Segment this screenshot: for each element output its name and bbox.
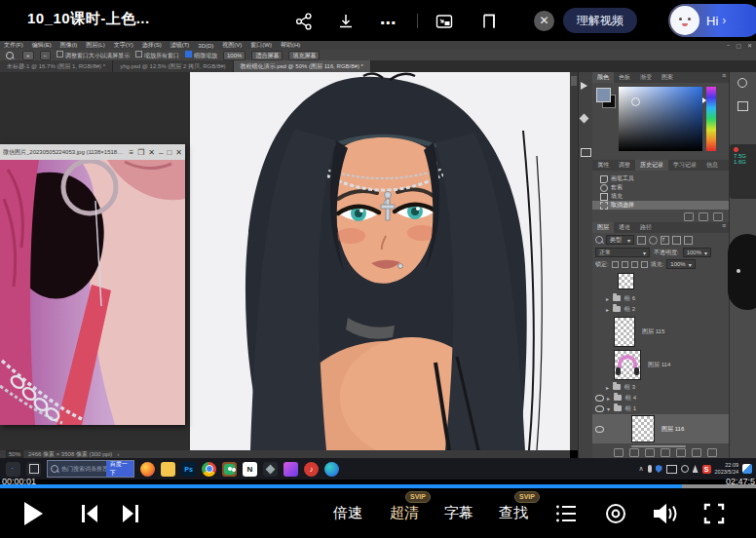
mini-player-icon[interactable]	[479, 12, 499, 31]
ps-maximize-icon[interactable]: ▢	[736, 42, 741, 49]
filter-pixel-icon[interactable]	[637, 236, 646, 245]
menu-select[interactable]: 选择(S)	[142, 41, 162, 50]
floating-assistant-ball[interactable]	[728, 234, 756, 310]
tab-properties[interactable]: 属性	[592, 160, 614, 171]
menu-help[interactable]: 帮助(H)	[281, 41, 300, 50]
lock-all-icon[interactable]	[641, 261, 648, 268]
panel-menu-icon[interactable]: ≡	[722, 72, 726, 83]
firefox-icon[interactable]	[140, 462, 155, 477]
tab-swatches[interactable]: 色板	[614, 72, 635, 83]
volume-icon[interactable]	[653, 503, 678, 524]
task-view-button[interactable]	[26, 462, 41, 477]
layer-group-row[interactable]: ▸ 组 4	[592, 393, 729, 403]
delete-layer-icon[interactable]	[707, 448, 717, 457]
subtitle-button[interactable]: 字幕	[444, 504, 473, 522]
file-explorer-icon[interactable]	[161, 462, 175, 477]
menu-file[interactable]: 文件(F)	[4, 41, 23, 50]
previous-button[interactable]	[80, 503, 99, 524]
layer-group-row[interactable]: ▸ 组 3	[592, 382, 729, 392]
library-panel-icon[interactable]	[581, 148, 591, 157]
quality-button[interactable]: 超清 SVIP	[390, 504, 419, 522]
layer-filter-select[interactable]: 类型▾	[606, 235, 634, 245]
menu-filter[interactable]: 滤镜(T)	[170, 41, 190, 50]
menu-type[interactable]: 文字(Y)	[114, 41, 133, 50]
canvas-scrollbar[interactable]	[570, 72, 578, 450]
filter-adjustment-icon[interactable]	[649, 236, 658, 245]
ref-maximize-icon[interactable]: □	[167, 148, 171, 157]
doc-tab-active[interactable]: 教程细化演示.psd @ 50% (图层 116, RGB/8#) *	[234, 60, 371, 72]
layer-row-selected[interactable]: 图层 116	[592, 414, 729, 443]
play-button[interactable]	[21, 500, 45, 527]
understand-video-button[interactable]: 理解视频	[563, 8, 637, 33]
tab-color[interactable]: 颜色	[592, 72, 614, 83]
netease-music-icon[interactable]: ♪	[304, 462, 319, 477]
lightbulb-icon[interactable]	[737, 78, 747, 88]
resize-windows-checkbox[interactable]: 调整窗口大小以满屏显示	[57, 51, 130, 60]
layer-row[interactable]	[592, 271, 729, 290]
lock-position-icon[interactable]	[631, 261, 638, 268]
display-icon[interactable]	[666, 465, 677, 474]
wechat-highlight[interactable]	[222, 462, 237, 477]
zoom-all-windows-checkbox[interactable]: 缩放所有窗口	[135, 51, 179, 60]
layers-menu-icon[interactable]: ≡	[722, 222, 726, 233]
pin-icon[interactable]	[693, 465, 699, 473]
filter-shape-icon[interactable]	[672, 236, 681, 245]
audio-icon[interactable]	[681, 465, 689, 473]
recorder-widget[interactable]: 7.5G 1.6G	[730, 144, 756, 199]
close-button[interactable]: ✕	[534, 11, 554, 31]
tab-info[interactable]: 信息	[701, 160, 723, 171]
tray-s-icon[interactable]: S	[702, 465, 711, 474]
ref-minimize-icon[interactable]: –	[159, 148, 163, 157]
netdisk-tray-icon[interactable]	[742, 464, 752, 474]
zoom-100-button[interactable]: 100%	[223, 51, 246, 60]
scrubby-zoom-checkbox[interactable]: 细微缩放	[185, 51, 217, 60]
filter-type-icon[interactable]: T	[661, 236, 669, 245]
menu-window[interactable]: 窗口(W)	[250, 41, 272, 50]
doc-tab-untitled[interactable]: 未标题-1 @ 16.7% (图层 1, RGB/8#) *	[0, 60, 113, 72]
ps-close-icon[interactable]: ✕	[747, 42, 752, 49]
status-zoom-field[interactable]: 50%	[6, 450, 23, 458]
tray-expand-icon[interactable]: ∧	[638, 465, 643, 473]
picture-in-picture-icon[interactable]	[435, 12, 454, 31]
layers-hscrollbar[interactable]	[631, 445, 686, 447]
layer-group-row[interactable]: ▸ 组 2	[592, 304, 729, 314]
account-pill[interactable]: Hi ›	[668, 4, 756, 37]
playlist-icon[interactable]	[555, 504, 577, 523]
opacity-select[interactable]: 100%▾	[683, 248, 711, 257]
fit-screen-button[interactable]: 适合屏幕	[251, 51, 283, 60]
layer-style-fx-icon[interactable]	[629, 448, 639, 457]
layer-group-row[interactable]: ▸ 组 6	[592, 293, 729, 303]
ps-minimize-icon[interactable]: ‒	[727, 42, 730, 49]
mic-icon[interactable]	[648, 465, 652, 473]
layer-mask-icon[interactable]	[645, 448, 655, 457]
status-chevron-icon[interactable]: ›	[117, 451, 119, 457]
lock-pixels-icon[interactable]	[622, 261, 628, 268]
tool-icon[interactable]	[263, 462, 278, 477]
tab-patterns[interactable]: 图案	[657, 72, 678, 83]
download-icon[interactable]	[336, 12, 356, 31]
layer-row[interactable]: 图层 114	[592, 349, 729, 381]
tab-history[interactable]: 历史记录	[635, 160, 668, 171]
ref-close-icon[interactable]: ✕	[175, 148, 182, 157]
new-doc-from-state-icon[interactable]	[684, 212, 694, 221]
baidu-search-button[interactable]: 百度一下	[106, 461, 133, 477]
link-layers-icon[interactable]	[614, 448, 624, 457]
delete-state-icon[interactable]	[713, 212, 723, 221]
photoshop-icon[interactable]: Ps	[181, 462, 196, 477]
menu-layer[interactable]: 图层(L)	[86, 41, 104, 50]
eye-icon[interactable]	[595, 426, 604, 433]
fill-select[interactable]: 100%▾	[666, 259, 695, 269]
menu-view[interactable]: 视图(V)	[222, 41, 242, 50]
more-icon[interactable]: ⋯	[380, 14, 399, 33]
chrome-icon[interactable]	[202, 462, 216, 477]
reference-window-titlebar[interactable]: 微信图片_20230505224053.jpg (1138×1518… ≡ ❐ …	[0, 144, 185, 160]
settings-icon[interactable]	[604, 502, 627, 525]
taskbar-search-box[interactable]: 热门搜索词条推荐… 百度一下	[47, 460, 134, 478]
hue-slider[interactable]	[706, 87, 716, 151]
history-item[interactable]: 填充	[592, 192, 729, 201]
nav-panel-icon[interactable]	[581, 82, 587, 90]
menu-image[interactable]: 图像(I)	[60, 41, 78, 50]
zoom-out-button[interactable]: −	[40, 51, 52, 60]
speed-button[interactable]: 倍速	[333, 504, 362, 522]
tab-learn[interactable]: 学习记录	[668, 160, 701, 171]
